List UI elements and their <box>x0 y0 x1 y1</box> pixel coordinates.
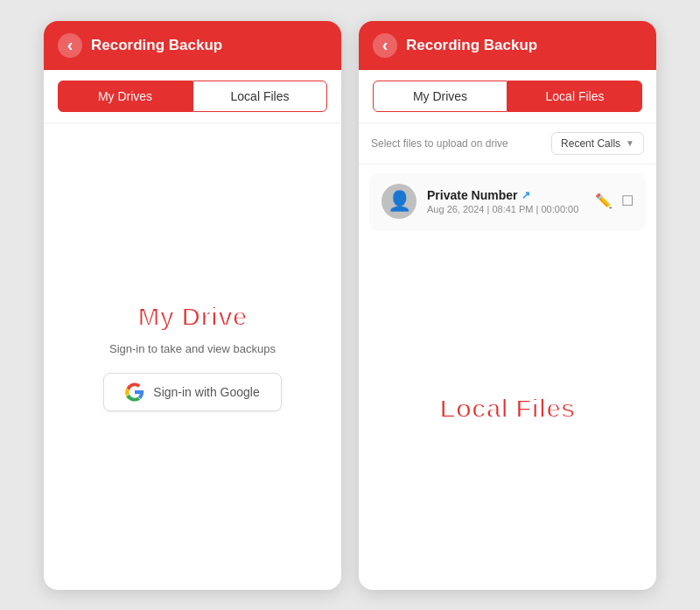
left-tabs: My Drives Local Files <box>44 70 341 123</box>
left-header-title: Recording Backup <box>91 37 222 54</box>
call-actions: ✏️ ☐ <box>595 193 634 209</box>
edit-icon[interactable]: ✏️ <box>595 193 612 209</box>
local-files-label-area: Local Files <box>359 239 656 590</box>
call-meta: Aug 26, 2024 | 08:41 PM | 00:00:00 <box>427 204 584 214</box>
checkbox-icon[interactable]: ☐ <box>621 193 634 209</box>
recent-calls-dropdown[interactable]: Recent Calls ▼ <box>551 132 644 155</box>
left-back-button[interactable] <box>58 33 82 58</box>
google-icon <box>125 382 144 402</box>
google-signin-label: Sign-in with Google <box>153 385 259 399</box>
avatar: 👤 <box>382 184 416 219</box>
chevron-down-icon: ▼ <box>626 138 634 148</box>
right-tab-local-files[interactable]: Local Files <box>508 81 642 112</box>
right-content: Select files to upload on drive Recent C… <box>359 123 656 590</box>
right-main-label: Local Files <box>439 394 575 424</box>
right-header-title: Recording Backup <box>406 37 537 54</box>
call-list-item: 👤 Private Number ↗ Aug 26, 2024 | 08:41 … <box>369 173 646 230</box>
google-signin-button[interactable]: Sign-in with Google <box>103 373 281 411</box>
left-phone-frame: Recording Backup My Drives Local Files M… <box>44 21 341 590</box>
link-icon: ↗ <box>522 189 530 201</box>
call-name: Private Number ↗ <box>427 188 584 202</box>
right-back-button[interactable] <box>373 33 397 58</box>
left-header: Recording Backup <box>44 21 341 70</box>
right-phone-frame: Recording Backup My Drives Local Files S… <box>359 21 656 590</box>
call-info: Private Number ↗ Aug 26, 2024 | 08:41 PM… <box>427 188 584 214</box>
right-header: Recording Backup <box>359 21 656 70</box>
right-tab-my-drives[interactable]: My Drives <box>373 81 508 112</box>
person-icon: 👤 <box>388 190 411 213</box>
right-tabs: My Drives Local Files <box>359 70 656 123</box>
filter-text: Select files to upload on drive <box>371 137 508 150</box>
left-content: My Drive Sign-in to take and view backup… <box>44 123 341 590</box>
left-tab-my-drives[interactable]: My Drives <box>58 81 192 112</box>
dropdown-label: Recent Calls <box>561 137 620 150</box>
filter-bar: Select files to upload on drive Recent C… <box>359 123 656 165</box>
left-main-label: My Drive <box>137 302 247 332</box>
left-subtitle: Sign-in to take and view backups <box>109 342 276 355</box>
left-tab-local-files[interactable]: Local Files <box>192 81 327 112</box>
